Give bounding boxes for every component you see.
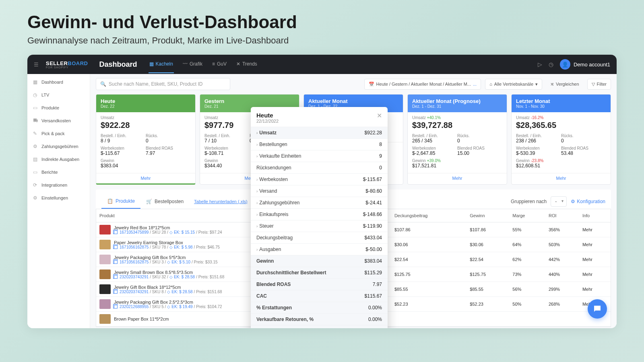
filter-button[interactable]: ▽ Filter: [587, 79, 611, 90]
chevron-right-icon: ›: [256, 177, 258, 182]
topbar: ☰ SELLERBOARD FOR SHOPIFY Dashboard ▦Kac…: [27, 55, 617, 74]
sidebar-icon: ▤: [33, 156, 38, 162]
user-menu[interactable]: 👤 Demo account1: [560, 59, 610, 70]
info-link[interactable]: Mehr: [579, 282, 611, 297]
page-subtitle: Gewinnanalyse nach Zeitraum, Produkt, Ma…: [27, 35, 617, 46]
more-link[interactable]: Mehr: [408, 173, 507, 183]
chevron-right-icon: ›: [256, 224, 258, 228]
view-tabs: ▦Kacheln〰Grafik≡GuV✕Trends: [149, 56, 258, 73]
search-icon: 🔍: [100, 81, 106, 87]
tab-products[interactable]: 📋Produkte: [101, 194, 140, 209]
sidebar-item-indirekteausgaben[interactable]: ▤Indirekte Ausgaben: [27, 153, 90, 166]
compare-button[interactable]: ⤨ Vergleichen: [546, 79, 583, 89]
tab-icon: ✕: [236, 61, 240, 67]
popup-row: Marge41.53%: [251, 325, 388, 328]
page-title: Gewinn- und Verlust-Dashboard: [27, 12, 617, 32]
sidebar-item-dashboard[interactable]: ▦Dashboard: [27, 76, 90, 88]
sidebar-icon: ⚙: [33, 195, 38, 201]
metric-card[interactable]: HeuteDez. 22Umsatz $922.28Bestell. / Ein…: [96, 94, 196, 185]
chevron-right-icon: ›: [256, 212, 258, 217]
channels-select[interactable]: ⌂ Alle Vertriebskanäle ▾: [485, 79, 542, 90]
tab-guv[interactable]: ≡GuV: [211, 56, 227, 73]
tab-orders[interactable]: 🛒Bestellposten: [140, 195, 189, 208]
popup-row: ›Werbekosten$-115.67: [251, 173, 388, 185]
sidebar-item-berichte[interactable]: ▭Berichte: [27, 166, 90, 179]
period-select[interactable]: 📅 Heute / Gestern / Aktueller Monat / Ak…: [364, 79, 481, 90]
chevron-right-icon: ›: [256, 142, 258, 147]
sidebar-item-produkte[interactable]: ▭Produkte: [27, 101, 90, 114]
sidebar-item-ltv[interactable]: ◷LTV: [27, 88, 90, 101]
popup-row: Rücksendungen0: [251, 162, 388, 173]
popup-row: Verkaufbare Retouren, %0.00%: [251, 313, 388, 325]
tab-kacheln[interactable]: ▦Kacheln: [149, 56, 174, 73]
col-info[interactable]: Info: [579, 209, 611, 222]
menu-icon[interactable]: ☰: [34, 62, 39, 68]
sidebar-icon: ⛟: [33, 118, 38, 123]
filter-bar: 🔍 Suche nach Name, Etikett, SKU, Product…: [90, 74, 617, 94]
sidebar-icon: ▭: [33, 105, 38, 111]
sidebar: ▦Dashboard◷LTV▭Produkte⛟Versandkosten✎Pi…: [27, 74, 90, 328]
popup-date: 22/12/2022: [256, 119, 279, 123]
sidebar-item-versandkosten[interactable]: ⛟Versandkosten: [27, 114, 90, 127]
sidebar-item-pickpack[interactable]: ✎Pick & pack: [27, 127, 90, 140]
products-icon: 📋: [107, 198, 113, 204]
chevron-right-icon: ›: [256, 201, 258, 205]
app-window: ☰ SELLERBOARD FOR SHOPIFY Dashboard ▦Kac…: [27, 55, 617, 328]
popup-row: ›Einkaufspreis$-148.66: [251, 208, 388, 220]
info-link[interactable]: Mehr: [579, 252, 611, 267]
more-link[interactable]: Mehr: [96, 173, 195, 183]
cart-icon: 🛒: [146, 199, 152, 204]
popup-row: ›Ausgaben$-50.00: [251, 243, 388, 255]
popup-row: ›Umsatz$922.28: [251, 127, 388, 138]
sidebar-item-einstellungen[interactable]: ⚙Einstellungen: [27, 191, 90, 204]
sidebar-item-integrationen[interactable]: ⟳Integrationen: [27, 179, 90, 191]
download-link[interactable]: Tabelle herunterladen (.xls): [194, 199, 248, 204]
sidebar-icon: ◷: [33, 92, 38, 98]
info-link[interactable]: Mehr: [579, 222, 611, 237]
popup-row: % Erstattungen0.00%: [251, 302, 388, 313]
search-input[interactable]: 🔍 Suche nach Name, Etikett, SKU, Product…: [96, 78, 230, 90]
popup-row: Blended ROAS7.97: [251, 278, 388, 290]
sidebar-icon: ⟳: [33, 182, 38, 188]
popup-row: Gewinn$383.04: [251, 255, 388, 267]
chat-button[interactable]: [588, 299, 607, 319]
logo: SELLERBOARD FOR SHOPIFY: [46, 60, 88, 69]
col-gewinn[interactable]: Gewinn: [466, 209, 509, 222]
avatar: 👤: [560, 59, 570, 70]
popup-title: Heute: [256, 112, 279, 119]
sidebar-icon: ⚙: [33, 144, 38, 149]
tab-icon: 〰: [183, 61, 188, 67]
dashboard-title: Dashboard: [99, 60, 137, 69]
sidebar-icon: ✎: [33, 131, 38, 136]
info-link[interactable]: Mehr: [579, 267, 611, 282]
popup-row: ›Bestellungen8: [251, 138, 388, 150]
popup-row: ›Versand$-80.60: [251, 185, 388, 197]
sidebar-icon: ▭: [33, 169, 38, 175]
group-by-select[interactable]: -: [551, 196, 567, 207]
config-button[interactable]: ⚙ Konfiguration: [571, 199, 605, 204]
detail-popup: Heute 22/12/2022 ✕ ›Umsatz$922.28›Bestel…: [251, 107, 388, 328]
user-name: Demo account1: [574, 62, 610, 68]
popup-row: CAC$115.67: [251, 290, 388, 302]
chevron-right-icon: ›: [256, 154, 258, 158]
more-link[interactable]: Mehr: [512, 173, 611, 183]
col-roi[interactable]: ROI: [545, 209, 579, 222]
popup-row: ›Zahlungsgebühren$-24.41: [251, 197, 388, 208]
col-deckung[interactable]: Deckungsbeitrag: [391, 209, 466, 222]
play-icon[interactable]: ▷: [538, 61, 542, 68]
sidebar-item-zahlungsgebhren[interactable]: ⚙Zahlungsgebühren: [27, 140, 90, 153]
chevron-right-icon: ›: [256, 189, 258, 193]
tab-trends[interactable]: ✕Trends: [235, 56, 258, 73]
tab-grafik[interactable]: 〰Grafik: [182, 56, 203, 73]
info-link[interactable]: Mehr: [579, 237, 611, 252]
col-marge[interactable]: Marge: [509, 209, 545, 222]
sidebar-icon: ▦: [33, 79, 38, 85]
popup-row: ›Verkaufte Einheiten9: [251, 150, 388, 162]
popup-row: Durchschnittlicher Bestellwert$115.29: [251, 267, 388, 278]
metric-card[interactable]: Letzter MonatNov. 1 - Nov. 30Umsatz -16.…: [511, 94, 611, 185]
col-product[interactable]: Produkt: [96, 209, 265, 222]
close-icon[interactable]: ✕: [377, 112, 382, 119]
clock-icon[interactable]: ◷: [549, 61, 553, 68]
metric-card[interactable]: Aktueller Monat (Prognose)Dez. 1 - Dez. …: [407, 94, 507, 185]
chevron-right-icon: ›: [256, 247, 258, 252]
